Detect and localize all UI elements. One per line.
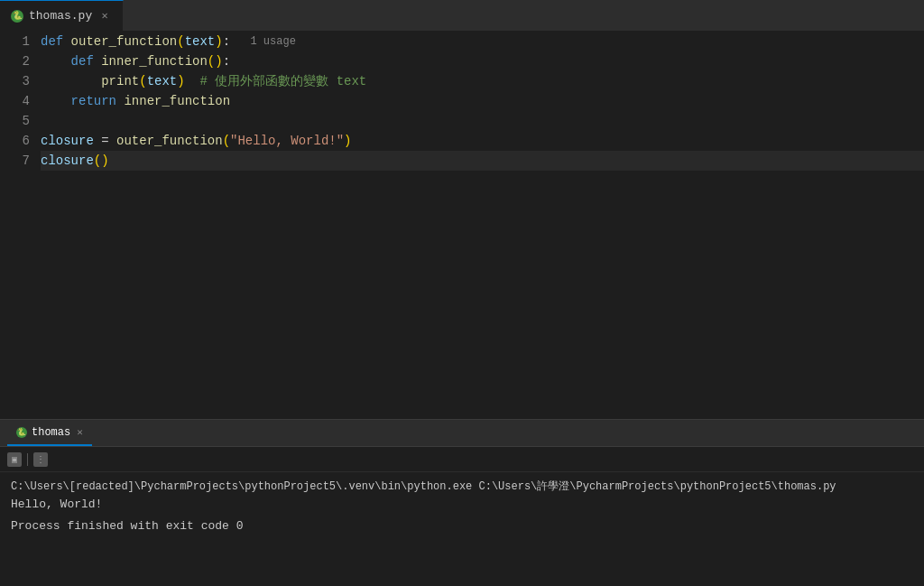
paren-open-1: ( bbox=[177, 32, 184, 51]
run-tab-icon: 🐍 bbox=[16, 427, 27, 438]
usage-hint-1: 1 usage bbox=[237, 32, 296, 51]
op-assign: = bbox=[94, 131, 116, 151]
editor-body: 1 2 3 4 5 6 7 def outer_function(text): … bbox=[0, 32, 924, 419]
paren-inner: () bbox=[208, 51, 223, 71]
line-num-6: 6 bbox=[14, 131, 30, 151]
var-closure-call: closure bbox=[41, 151, 94, 171]
command-text: C:\Users\[redacted]\PycharmProjects\pyth… bbox=[11, 480, 836, 493]
paren-call-close: ) bbox=[344, 131, 351, 151]
line-num-5: 5 bbox=[14, 111, 30, 131]
toolbar-separator bbox=[27, 453, 28, 466]
line-num-3: 3 bbox=[14, 71, 30, 91]
code-line-3: print(text) # 使用外部函數的變數 text bbox=[41, 71, 924, 91]
colon-2: : bbox=[223, 51, 230, 71]
code-line-7: closure() bbox=[41, 151, 924, 171]
terminal-panel: 🐍 thomas ✕ ▣ ⋮ C:\Users\[redacted]\Pycha… bbox=[0, 419, 924, 586]
terminal-toolbar: ▣ ⋮ bbox=[0, 447, 924, 472]
more-options-button[interactable]: ⋮ bbox=[33, 452, 48, 467]
python-file-icon: 🐍 bbox=[11, 10, 23, 23]
editor-tab-bar: 🐍 thomas.py ✕ bbox=[0, 0, 924, 32]
fn-outer-call: outer_function bbox=[116, 131, 223, 151]
fn-inner-ref: inner_function bbox=[124, 91, 230, 111]
indent-3 bbox=[41, 71, 101, 91]
param-text-ref: text bbox=[147, 71, 178, 91]
var-closure: closure bbox=[41, 131, 94, 151]
exit-text: Process finished with exit code 0 bbox=[11, 519, 243, 533]
colon-1: : bbox=[223, 32, 230, 51]
keyword-return: return bbox=[71, 91, 125, 111]
code-line-5 bbox=[41, 111, 924, 131]
string-hello: "Hello, World!" bbox=[230, 131, 344, 151]
paren-close-1: ) bbox=[215, 32, 222, 51]
code-content[interactable]: def outer_function(text): 1 usage def in… bbox=[41, 32, 924, 419]
code-line-1: def outer_function(text): 1 usage bbox=[41, 32, 924, 51]
tab-close-button[interactable]: ✕ bbox=[97, 9, 112, 23]
paren-print-open: ( bbox=[139, 71, 146, 91]
terminal-exit-code: Process finished with exit code 0 bbox=[11, 517, 913, 535]
paren-call-open: ( bbox=[223, 131, 230, 151]
indent-4 bbox=[41, 91, 71, 111]
terminal-command-line: C:\Users\[redacted]\PycharmProjects\pyth… bbox=[11, 478, 913, 496]
terminal-tab-label: thomas bbox=[32, 426, 70, 439]
output-text: Hello, World! bbox=[11, 498, 102, 511]
comment-line-3: # 使用外部函數的變數 text bbox=[185, 71, 367, 91]
fn-inner-function: inner_function bbox=[101, 51, 208, 71]
line-num-1: 1 bbox=[14, 32, 30, 51]
keyword-def-2: def bbox=[71, 51, 102, 71]
code-line-6: closure = outer_function("Hello, World!"… bbox=[41, 131, 924, 151]
terminal-tab-bar: 🐍 thomas ✕ bbox=[0, 420, 924, 447]
code-editor: 1 2 3 4 5 6 7 def outer_function(text): … bbox=[0, 32, 924, 419]
stop-button[interactable]: ▣ bbox=[7, 452, 22, 467]
line-num-4: 4 bbox=[14, 91, 30, 111]
keyword-def-1: def bbox=[41, 32, 71, 51]
line-num-7: 7 bbox=[14, 151, 30, 171]
terminal-hello-output: Hello, World! bbox=[11, 496, 913, 514]
tab-filename: thomas.py bbox=[29, 9, 92, 23]
terminal-tab-close[interactable]: ✕ bbox=[77, 426, 83, 438]
indent-2 bbox=[41, 51, 71, 71]
fn-outer-function: outer_function bbox=[71, 32, 178, 51]
paren-closure-call: () bbox=[94, 151, 109, 171]
line-numbers-gutter: 1 2 3 4 5 6 7 bbox=[0, 32, 41, 419]
code-line-2: def inner_function(): bbox=[41, 51, 924, 71]
line-num-2: 2 bbox=[14, 51, 30, 71]
builtin-print: print bbox=[101, 71, 139, 91]
code-line-4: return inner_function bbox=[41, 91, 924, 111]
editor-tab-thomas[interactable]: 🐍 thomas.py ✕ bbox=[0, 0, 124, 31]
paren-print-close: ) bbox=[177, 71, 184, 91]
terminal-tab-thomas[interactable]: 🐍 thomas ✕ bbox=[7, 420, 92, 446]
param-text: text bbox=[185, 32, 216, 51]
terminal-output-area[interactable]: C:\Users\[redacted]\PycharmProjects\pyth… bbox=[0, 472, 924, 586]
